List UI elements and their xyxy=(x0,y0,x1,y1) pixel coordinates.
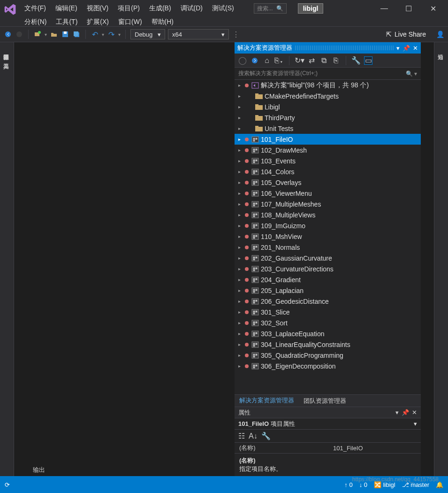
feedback-icon[interactable]: 👤 xyxy=(436,31,444,38)
project-node[interactable]: ▸303_LaplaceEquation xyxy=(235,328,421,339)
menu-analyze[interactable]: 分析(N) xyxy=(21,16,50,28)
folder-node[interactable]: ▸CMakePredefinedTargets xyxy=(235,91,421,101)
project-node[interactable]: ▸105_Overlays xyxy=(235,177,421,188)
svg-rect-105 xyxy=(253,367,255,368)
maximize-button[interactable]: ☐ xyxy=(401,3,416,14)
project-node[interactable]: ▸104_Colors xyxy=(235,166,421,177)
panel-close-icon[interactable]: ✕ xyxy=(413,45,418,52)
project-node[interactable]: ▸107_MultipleMeshes xyxy=(235,199,421,209)
prop-row-name[interactable]: (名称) 101_FileIO xyxy=(235,443,421,453)
menu-tools[interactable]: 工具(T) xyxy=(52,16,81,28)
categorized-icon[interactable]: ☷ xyxy=(238,431,245,440)
status-branch[interactable]: ⎇ master xyxy=(402,481,429,488)
svg-rect-13 xyxy=(255,104,258,106)
svg-rect-84 xyxy=(256,311,257,312)
folder-node[interactable]: ▸ThirdParty xyxy=(235,112,421,123)
project-node[interactable]: ▸206_GeodesicDistance xyxy=(235,296,421,307)
menu-test[interactable]: 测试(S) xyxy=(208,2,238,15)
dropdown-icon[interactable]: ▾ xyxy=(396,45,400,52)
back-icon[interactable] xyxy=(4,30,12,39)
copy-icon[interactable]: ⎘ xyxy=(332,56,340,65)
project-node[interactable]: ▸102_DrawMesh xyxy=(235,145,421,155)
project-node[interactable]: ▸304_LinearEqualityConstraints xyxy=(235,339,421,350)
solution-node[interactable]: ▸解决方案"libigl"(98 个项目，共 98 个) xyxy=(235,80,421,91)
status-repo[interactable]: 🔀 libigl xyxy=(374,481,395,488)
explorer-title-bar[interactable]: 解决方案资源管理器 ▾ 📌 ✕ xyxy=(235,42,421,54)
status-down-icon[interactable]: ↓ 0 xyxy=(359,481,367,488)
save-all-icon[interactable] xyxy=(72,30,81,39)
output-tab[interactable]: 输出 xyxy=(33,466,45,474)
exp-forward-icon[interactable] xyxy=(251,56,259,65)
pin-icon[interactable]: 📌 xyxy=(402,45,410,52)
platform-combo[interactable]: x64▾ xyxy=(168,29,229,39)
project-node[interactable]: ▸205_Laplacian xyxy=(235,285,421,296)
status-up-icon[interactable]: ↑ 0 xyxy=(344,481,352,488)
overflow-icon[interactable]: ⋮ xyxy=(232,30,240,39)
menu-debug[interactable]: 调试(D) xyxy=(177,2,206,15)
svg-rect-50 xyxy=(252,223,258,229)
folder-node[interactable]: ▸Unit Tests xyxy=(235,123,421,134)
project-node[interactable]: ▸204_Gradient xyxy=(235,274,421,285)
status-bell-icon[interactable]: 🔔 xyxy=(436,481,443,488)
refresh-icon[interactable]: ↻▾ xyxy=(295,56,304,65)
tab-team-explorer[interactable]: 团队资源管理器 xyxy=(299,395,351,407)
show-all-icon[interactable]: ⧉ xyxy=(319,56,328,65)
live-share-icon[interactable]: ⇱ xyxy=(386,31,392,38)
project-node[interactable]: ▸103_Events xyxy=(235,155,421,166)
save-icon[interactable] xyxy=(61,30,69,39)
sync-view-icon[interactable]: ⎘▾ xyxy=(275,56,283,65)
folder-node[interactable]: ▸Libigl xyxy=(235,101,421,112)
project-node[interactable]: ▸101_FileIO xyxy=(235,134,421,145)
project-node[interactable]: ▸305_QuadraticProgramming xyxy=(235,350,421,361)
prop-close-icon[interactable]: ✕ xyxy=(412,409,417,416)
alphabetical-icon[interactable]: A↓ xyxy=(249,432,258,440)
exp-back-icon[interactable]: ◯ xyxy=(238,56,247,65)
solution-name-label[interactable]: libigl xyxy=(298,3,324,14)
search-box[interactable]: 搜索... 🔍 xyxy=(254,3,287,14)
config-combo[interactable]: Debug▾ xyxy=(130,29,165,39)
menu-view[interactable]: 视图(V) xyxy=(83,2,113,15)
prop-pin-icon[interactable]: 📌 xyxy=(402,409,409,416)
svg-rect-82 xyxy=(252,309,258,315)
project-node[interactable]: ▸301_Slice xyxy=(235,307,421,317)
menu-help[interactable]: 帮助(H) xyxy=(148,16,177,28)
new-project-icon[interactable] xyxy=(33,30,42,39)
close-button[interactable]: ✕ xyxy=(425,3,440,14)
properties-icon[interactable]: 🔧 xyxy=(352,56,360,65)
forward-icon[interactable] xyxy=(15,30,23,39)
solution-tree[interactable]: ▸解决方案"libigl"(98 个项目，共 98 个)▸CMakePredef… xyxy=(235,80,421,394)
preview-icon[interactable]: ▭ xyxy=(364,56,372,65)
open-icon[interactable] xyxy=(50,30,58,39)
menu-extensions[interactable]: 扩展(X) xyxy=(83,16,113,28)
project-node[interactable]: ▸306_EigenDecomposition xyxy=(235,361,421,371)
menu-project[interactable]: 项目(P) xyxy=(114,2,144,15)
project-node[interactable]: ▸109_ImGuizmo xyxy=(235,220,421,231)
live-share-button[interactable]: Live Share xyxy=(395,31,426,38)
collapse-icon[interactable]: ⇄ xyxy=(307,56,316,65)
redo-icon[interactable]: ↷ xyxy=(107,30,115,39)
prop-wrench-icon[interactable]: 🔧 xyxy=(261,431,271,440)
menu-window[interactable]: 窗口(W) xyxy=(114,16,146,28)
tab-solution-explorer[interactable]: 解决方案资源管理器 xyxy=(235,394,299,408)
project-node[interactable]: ▸202_GaussianCurvature xyxy=(235,253,421,263)
prop-combo-caret-icon[interactable]: ▾ xyxy=(414,420,417,427)
undo-icon[interactable]: ↶ xyxy=(91,30,99,39)
project-node[interactable]: ▸203_CurvatureDirections xyxy=(235,263,421,274)
notifications-tab[interactable]: 通知 xyxy=(434,47,446,53)
svg-rect-48 xyxy=(256,214,257,215)
project-node[interactable]: ▸106_ViewerMenu xyxy=(235,188,421,199)
explorer-search[interactable]: 搜索解决方案资源管理器(Ctrl+;) 🔍 ▾ xyxy=(235,68,421,80)
project-node[interactable]: ▸110_MshView xyxy=(235,231,421,242)
project-node[interactable]: ▸108_MultipleViews xyxy=(235,209,421,220)
home-icon[interactable]: ⌂ xyxy=(263,56,271,65)
prop-dropdown-icon[interactable]: ▾ xyxy=(395,409,399,416)
editor-area: 解决方案资源管理器 ▾ 📌 ✕ ◯ ⌂ ⎘▾ ↻▾ ⇄ ⧉ ⎘ 🔧 xyxy=(14,42,434,476)
minimize-button[interactable]: ― xyxy=(377,3,392,14)
menu-edit[interactable]: 编辑(E) xyxy=(52,2,81,15)
toolbox-tab[interactable]: 工具箱 xyxy=(0,56,12,62)
project-node[interactable]: ▸302_Sort xyxy=(235,317,421,328)
menu-file[interactable]: 文件(F) xyxy=(21,2,50,15)
project-node[interactable]: ▸201_Normals xyxy=(235,242,421,253)
menu-build[interactable]: 生成(B) xyxy=(145,2,175,15)
server-explorer-tab[interactable]: 服务器资源管理器 xyxy=(0,47,12,53)
